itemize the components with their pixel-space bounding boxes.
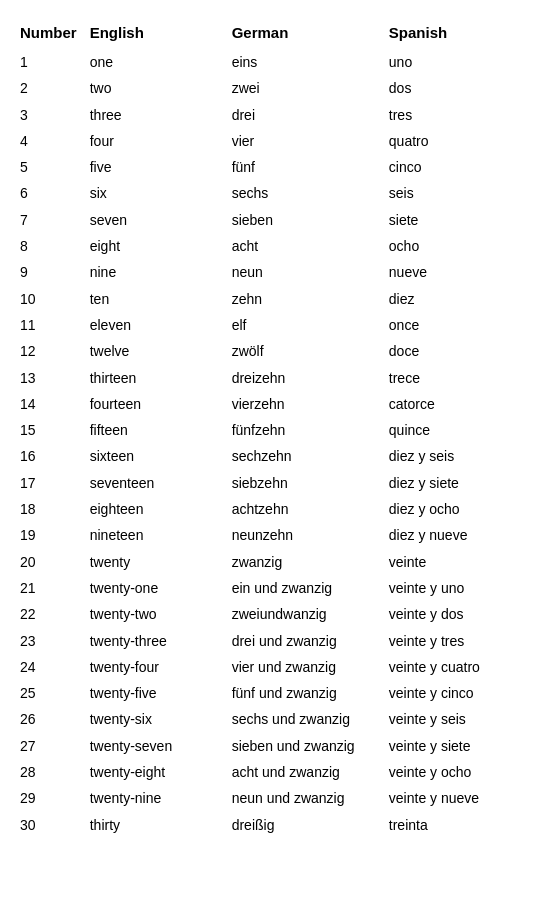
cell-english: ten [84,286,226,312]
table-row: 23twenty-threedrei und zwanzigveinte y t… [10,628,540,654]
cell-english: sixteen [84,443,226,469]
cell-spanish: veinte y seis [383,706,540,732]
table-row: 8eightachtocho [10,233,540,259]
cell-number: 24 [10,654,84,680]
cell-number: 17 [10,470,84,496]
cell-number: 10 [10,286,84,312]
cell-german: sechs [226,180,383,206]
cell-spanish: veinte y cuatro [383,654,540,680]
cell-english: thirty [84,812,226,838]
table-row: 14fourteenvierzehncatorce [10,391,540,417]
cell-german: fünf und zwanzig [226,680,383,706]
cell-english: fifteen [84,417,226,443]
cell-spanish: veinte y dos [383,601,540,627]
cell-spanish: uno [383,49,540,75]
cell-spanish: tres [383,102,540,128]
cell-number: 30 [10,812,84,838]
table-row: 30thirtydreißigtreinta [10,812,540,838]
cell-number: 12 [10,338,84,364]
table-row: 7sevensiebensiete [10,207,540,233]
table-row: 3threedreitres [10,102,540,128]
cell-german: acht und zwanzig [226,759,383,785]
cell-spanish: trece [383,365,540,391]
cell-german: zweiundwanzig [226,601,383,627]
cell-german: sieben und zwanzig [226,733,383,759]
cell-number: 7 [10,207,84,233]
cell-number: 2 [10,75,84,101]
cell-german: vier [226,128,383,154]
cell-german: dreizehn [226,365,383,391]
cell-number: 6 [10,180,84,206]
cell-spanish: diez y seis [383,443,540,469]
cell-spanish: ocho [383,233,540,259]
cell-spanish: catorce [383,391,540,417]
cell-german: vierzehn [226,391,383,417]
cell-spanish: cinco [383,154,540,180]
numbers-table: Number English German Spanish 1oneeinsun… [10,20,540,838]
cell-number: 29 [10,785,84,811]
table-row: 5fivefünfcinco [10,154,540,180]
cell-number: 14 [10,391,84,417]
cell-number: 26 [10,706,84,732]
table-row: 13thirteendreizehntrece [10,365,540,391]
table-row: 9nineneunnueve [10,259,540,285]
cell-german: eins [226,49,383,75]
cell-number: 23 [10,628,84,654]
cell-english: eleven [84,312,226,338]
cell-number: 22 [10,601,84,627]
cell-number: 11 [10,312,84,338]
cell-english: eight [84,233,226,259]
cell-english: eighteen [84,496,226,522]
cell-spanish: diez y nueve [383,522,540,548]
cell-number: 9 [10,259,84,285]
table-row: 15fifteenfünfzehnquince [10,417,540,443]
cell-number: 20 [10,549,84,575]
cell-english: seven [84,207,226,233]
cell-english: seventeen [84,470,226,496]
cell-english: five [84,154,226,180]
header-spanish: Spanish [383,20,540,49]
cell-german: neun und zwanzig [226,785,383,811]
cell-english: twenty-four [84,654,226,680]
cell-number: 5 [10,154,84,180]
cell-german: achtzehn [226,496,383,522]
table-row: 16sixteensechzehndiez y seis [10,443,540,469]
cell-english: twenty-seven [84,733,226,759]
table-row: 6sixsechsseis [10,180,540,206]
table-row: 19nineteenneunzehndiez y nueve [10,522,540,548]
header-number: Number [10,20,84,49]
cell-number: 19 [10,522,84,548]
cell-english: twenty-eight [84,759,226,785]
cell-spanish: dos [383,75,540,101]
cell-english: two [84,75,226,101]
header-german: German [226,20,383,49]
cell-number: 15 [10,417,84,443]
cell-number: 13 [10,365,84,391]
cell-number: 8 [10,233,84,259]
table-row: 11elevenelfonce [10,312,540,338]
cell-german: sechs und zwanzig [226,706,383,732]
table-row: 12twelvezwölfdoce [10,338,540,364]
cell-spanish: diez [383,286,540,312]
cell-german: zwölf [226,338,383,364]
cell-english: twenty-five [84,680,226,706]
table-row: 18eighteenachtzehndiez y ocho [10,496,540,522]
cell-german: vier und zwanzig [226,654,383,680]
table-row: 22twenty-twozweiundwanzigveinte y dos [10,601,540,627]
table-header-row: Number English German Spanish [10,20,540,49]
cell-number: 21 [10,575,84,601]
cell-english: twenty-nine [84,785,226,811]
cell-german: ein und zwanzig [226,575,383,601]
cell-spanish: quatro [383,128,540,154]
table-row: 29twenty-nineneun und zwanzigveinte y nu… [10,785,540,811]
cell-number: 1 [10,49,84,75]
cell-german: dreißig [226,812,383,838]
cell-english: twenty-two [84,601,226,627]
cell-spanish: veinte y nueve [383,785,540,811]
cell-number: 25 [10,680,84,706]
table-row: 24twenty-fourvier und zwanzigveinte y cu… [10,654,540,680]
table-row: 21twenty-oneein und zwanzigveinte y uno [10,575,540,601]
cell-spanish: quince [383,417,540,443]
cell-spanish: seis [383,180,540,206]
cell-english: twenty [84,549,226,575]
